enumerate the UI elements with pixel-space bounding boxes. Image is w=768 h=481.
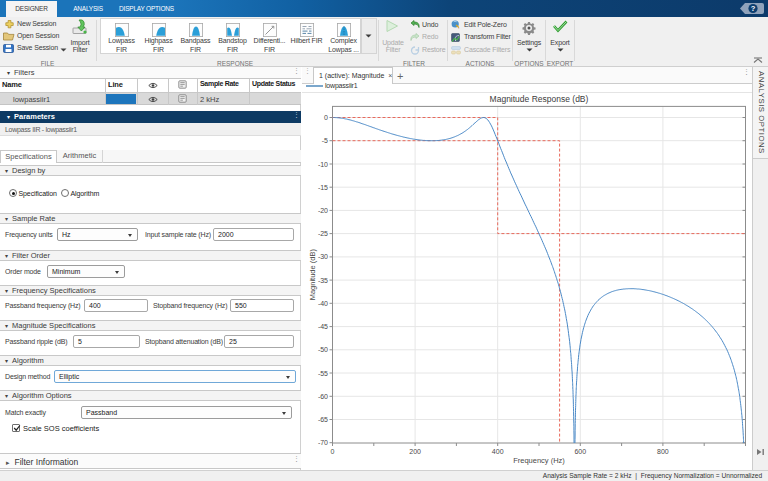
svg-text:200: 200	[409, 448, 421, 455]
svg-text:-25: -25	[318, 230, 328, 237]
svg-text:-45: -45	[318, 323, 328, 330]
svg-text:Magnitude (dB): Magnitude (dB)	[308, 249, 317, 301]
svg-text:Magnitude Response (dB): Magnitude Response (dB)	[490, 94, 589, 104]
svg-text:-20: -20	[318, 207, 328, 214]
svg-text:600: 600	[574, 448, 586, 455]
svg-text:-65: -65	[318, 416, 328, 423]
svg-text:-55: -55	[318, 370, 328, 377]
svg-text:-5: -5	[322, 137, 328, 144]
svg-text:-30: -30	[318, 253, 328, 260]
svg-text:Frequency (Hz): Frequency (Hz)	[513, 456, 565, 465]
svg-text:800: 800	[657, 448, 669, 455]
svg-text:400: 400	[492, 448, 504, 455]
svg-text:-50: -50	[318, 346, 328, 353]
svg-text:0: 0	[331, 448, 335, 455]
svg-text:0: 0	[324, 114, 328, 121]
svg-text:-10: -10	[318, 161, 328, 168]
svg-text:-40: -40	[318, 300, 328, 307]
svg-text:-35: -35	[318, 277, 328, 284]
svg-text:-70: -70	[318, 439, 328, 446]
svg-text:-15: -15	[318, 184, 328, 191]
svg-text:-60: -60	[318, 393, 328, 400]
svg-text:?: ?	[751, 4, 756, 13]
